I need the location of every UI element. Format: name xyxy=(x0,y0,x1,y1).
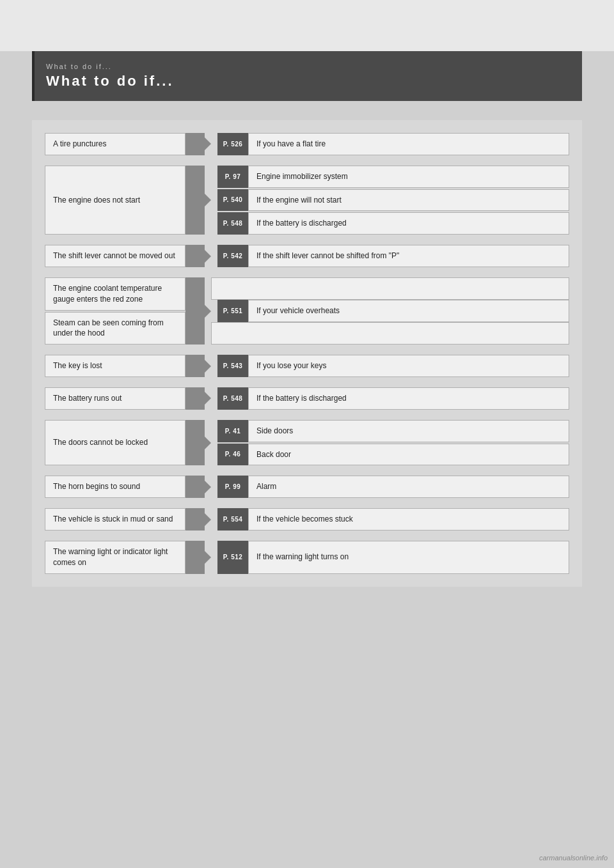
condition-tire: A tire punctures xyxy=(45,133,185,155)
header-title: What to do if... xyxy=(46,73,568,89)
entry-row-immobilizer: P. 97 Engine immobilizer system xyxy=(211,166,569,188)
row-engine-no-start: The engine does not start P. 97 Engine i… xyxy=(45,166,569,235)
page-stuck: P. 554 xyxy=(217,508,248,531)
page-engine-start: P. 540 xyxy=(217,189,248,212)
page-warning-light: P. 512 xyxy=(217,541,248,574)
overheat-desc-fill xyxy=(211,277,569,300)
content-area: A tire punctures P. 526 If you have a fl… xyxy=(32,120,582,587)
desc-tire: If you have a flat tire xyxy=(248,133,569,155)
entry-row-side-doors: P. 41 Side doors xyxy=(211,420,569,442)
desc-battery: If the battery is discharged xyxy=(248,387,569,410)
arrow-engine-no-start xyxy=(185,166,205,235)
page-horn: P. 99 xyxy=(217,476,248,498)
desc-engine-start: If the engine will not start xyxy=(248,189,569,212)
desc-immobilizer: Engine immobilizer system xyxy=(248,166,569,188)
page-key-lost: P. 543 xyxy=(217,355,248,377)
arrow-doors xyxy=(185,420,205,466)
condition-coolant: The engine coolant temperature gauge ent… xyxy=(45,277,185,311)
entry-row-battery-discharged1: P. 548 If the battery is discharged xyxy=(211,212,569,235)
watermark: carmanualsonline.info xyxy=(539,854,608,862)
desc-stuck: If the vehicle becomes stuck xyxy=(248,508,569,531)
arrow-stuck xyxy=(185,508,205,531)
page-side-doors: P. 41 xyxy=(217,420,248,442)
condition-warning-light: The warning light or indicator light com… xyxy=(45,541,185,574)
condition-shift-lever: The shift lever cannot be moved out xyxy=(45,245,185,267)
row-shift-lever: The shift lever cannot be moved out P. 5… xyxy=(45,245,569,267)
overheat-right: P. 551 If your vehicle overheats xyxy=(211,277,569,345)
entry-row-back-door: P. 46 Back door xyxy=(211,444,569,466)
doors-entries: P. 41 Side doors P. 46 Back door xyxy=(211,420,569,466)
desc-horn: Alarm xyxy=(248,476,569,498)
row-overheat: The engine coolant temperature gauge ent… xyxy=(45,277,569,345)
arrow-tire xyxy=(185,133,205,155)
header-subtitle: What to do if... xyxy=(46,63,568,70)
desc-battery-discharged1: If the battery is discharged xyxy=(248,212,569,235)
row-key-lost: The key is lost P. 543 If you lose your … xyxy=(45,355,569,377)
arrow-key-lost xyxy=(185,355,205,377)
condition-battery: The battery runs out xyxy=(45,387,185,410)
row-battery: The battery runs out P. 548 If the batte… xyxy=(45,387,569,410)
desc-key-lost: If you lose your keys xyxy=(248,355,569,377)
condition-horn: The horn begins to sound xyxy=(45,476,185,498)
arrow-battery xyxy=(185,387,205,410)
condition-stuck: The vehicle is stuck in mud or sand xyxy=(45,508,185,531)
desc-side-doors: Side doors xyxy=(248,420,569,442)
desc-back-door: Back door xyxy=(248,444,569,466)
arrow-overheat xyxy=(185,277,205,345)
page-battery: P. 548 xyxy=(217,387,248,410)
row-tire: A tire punctures P. 526 If you have a fl… xyxy=(45,133,569,155)
overheat-desc-fill2 xyxy=(211,322,569,345)
arrow-horn xyxy=(185,476,205,498)
desc-overheat: If your vehicle overheats xyxy=(248,300,569,322)
page-tire: P. 526 xyxy=(217,133,248,155)
overheat-conditions: The engine coolant temperature gauge ent… xyxy=(45,277,185,345)
arrow-shift-lever xyxy=(185,245,205,267)
page-shift-lever: P. 542 xyxy=(217,245,248,267)
row-warning-light: The warning light or indicator light com… xyxy=(45,541,569,574)
engine-no-start-entries: P. 97 Engine immobilizer system P. 540 I… xyxy=(211,166,569,235)
condition-steam: Steam can be seen coming from under the … xyxy=(45,312,185,345)
condition-key-lost: The key is lost xyxy=(45,355,185,377)
desc-warning-light: If the warning light turns on xyxy=(248,541,569,574)
page-battery-discharged1: P. 548 xyxy=(217,212,248,235)
overheat-page-row: P. 551 If your vehicle overheats xyxy=(211,300,569,322)
condition-engine-no-start: The engine does not start xyxy=(45,166,185,235)
desc-shift-lever: If the shift lever cannot be shifted fro… xyxy=(248,245,569,267)
arrow-warning-light xyxy=(185,541,205,574)
row-horn: The horn begins to sound P. 99 Alarm xyxy=(45,476,569,498)
row-stuck: The vehicle is stuck in mud or sand P. 5… xyxy=(45,508,569,531)
condition-doors: The doors cannot be locked xyxy=(45,420,185,466)
header-banner: What to do if... What to do if... xyxy=(32,51,582,101)
page-overheat: P. 551 xyxy=(217,300,248,322)
row-doors: The doors cannot be locked P. 41 Side do… xyxy=(45,420,569,466)
page-back-door: P. 46 xyxy=(217,444,248,466)
entry-row-engine-start: P. 540 If the engine will not start xyxy=(211,189,569,212)
page-immobilizer: P. 97 xyxy=(217,166,248,188)
